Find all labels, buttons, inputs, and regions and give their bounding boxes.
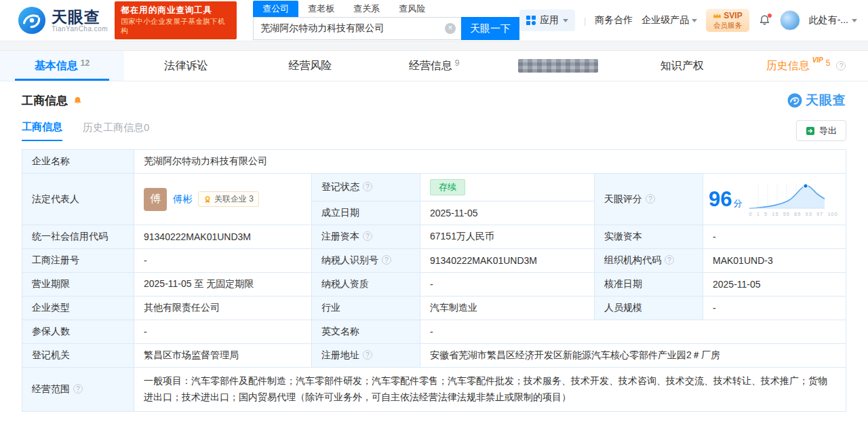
field-label-industry: 行业 [312, 296, 420, 320]
chevron-down-icon [852, 19, 857, 22]
grid-icon [526, 16, 536, 25]
section-head: 工商信息 天眼查 [22, 92, 846, 109]
legal-rep-avatar[interactable]: 傅 [144, 188, 167, 211]
help-icon[interactable]: ? [73, 384, 83, 394]
search-tabs: 查公司 查老板 查关系 查风险 [253, 1, 519, 17]
tab-count: 9 [455, 58, 460, 68]
help-icon[interactable]: ? [836, 61, 846, 71]
search-tab-relation[interactable]: 查关系 [344, 1, 389, 17]
tab-label: 基本信息 [35, 59, 78, 73]
reg-status-cell: 存续 [420, 174, 595, 202]
help-icon[interactable]: ? [363, 350, 372, 360]
chevron-down-icon [563, 19, 568, 22]
related-company-badge[interactable]: 关联企业 3 [198, 191, 259, 207]
svip-member-button[interactable]: SVIP 会员服务 [706, 9, 749, 32]
header-right: 应用 | 商务合作 企业级产品 SVIP 会员服务 [519, 9, 857, 32]
search-tab-company[interactable]: 查公司 [253, 1, 298, 17]
business-scope-value: 一般项目：汽车零部件及配件制造；汽车零部件研发；汽车零配件零售；汽车零配件批发；… [134, 368, 846, 412]
label-text: 经营范围 [32, 383, 70, 394]
company-info-table: 企业名称 芜湖阿尔特动力科技有限公司 法定代表人 傅 傅彬 [22, 149, 846, 412]
help-icon[interactable]: ? [363, 182, 372, 191]
table-row: 统一社会信用代码 91340222MAK01UND3M 注册资本? 67151万… [22, 225, 846, 249]
label-text: 登记状态 [321, 181, 359, 192]
help-icon[interactable]: ? [665, 255, 674, 265]
tab-count: 5 [826, 58, 831, 68]
field-label-approval-date: 核准日期 [595, 273, 703, 296]
help-icon[interactable]: ? [646, 194, 655, 204]
user-avatar[interactable] [780, 10, 800, 31]
search-tab-risk[interactable]: 查风险 [389, 1, 435, 17]
field-label-score: 天眼评分? [595, 174, 703, 225]
field-label-taxpayer-quality: 纳税人资质 [312, 273, 420, 296]
org-code-value: MAK01UND-3 [703, 249, 846, 273]
section-title: 工商信息 [22, 93, 68, 109]
insured-num-value: - [134, 320, 312, 344]
subtab-history-business-info[interactable]: 历史工商信息0 [83, 121, 149, 140]
slogan-badge: 都在用的商业查询工具 国家中小企业发展子基金旗下机构 [115, 1, 237, 39]
est-date-value: 2025-11-05 [420, 202, 595, 225]
score-number: 96分 [709, 187, 742, 212]
company-nav-tabs: 基本信息 12 法律诉讼 经营风险 经营信息 9 知识产权 历史信息 VIP 5… [0, 50, 868, 81]
apps-label: 应用 [540, 14, 559, 26]
field-label-address: 注册地址? [312, 344, 420, 368]
tab-operating-info[interactable]: 经营信息 9 [372, 51, 496, 81]
divider: | [584, 16, 586, 26]
user-menu[interactable]: 此处有-... [809, 14, 857, 26]
help-icon[interactable]: ? [363, 231, 372, 241]
english-name-value: - [420, 320, 846, 344]
export-button[interactable]: 导出 [796, 120, 846, 141]
field-label-reg-authority: 登记机关 [22, 344, 134, 368]
user-name: 此处有-... [809, 14, 848, 26]
help-icon[interactable]: ? [382, 255, 391, 265]
redacted-label [518, 59, 598, 73]
notification-bell[interactable] [758, 14, 771, 26]
label-text: 注册地址 [321, 349, 359, 360]
legal-rep-link[interactable]: 傅彬 [173, 193, 192, 206]
field-label-insured-num: 参保人数 [22, 320, 134, 344]
alarm-bell-icon [73, 96, 83, 106]
reg-authority-value: 繁昌区市场监督管理局 [134, 344, 312, 368]
score-unit: 分 [733, 198, 742, 208]
field-label-reg-capital: 注册资本? [312, 225, 420, 249]
clear-icon[interactable]: × [445, 23, 456, 34]
main-content: 工商信息 天眼查 工商信息 历史工商信息0 [0, 81, 868, 412]
approval-date-value: 2025-11-05 [703, 273, 846, 296]
tab-label: 经营风险 [288, 59, 332, 73]
field-label-legal-rep: 法定代表人 [22, 174, 134, 225]
notification-dot [768, 14, 772, 18]
link-enterprise-products[interactable]: 企业级产品 [642, 14, 697, 26]
export-icon [806, 126, 815, 136]
tab-redacted[interactable] [496, 51, 620, 81]
tab-intellectual-property[interactable]: 知识产权 [620, 51, 744, 81]
tab-legal-proceedings[interactable]: 法律诉讼 [124, 51, 248, 81]
table-row: 经营范围? 一般项目：汽车零部件及配件制造；汽车零部件研发；汽车零配件零售；汽车… [22, 368, 846, 412]
brand-logo[interactable]: 天眼查 TianYanCha.com [18, 6, 108, 35]
field-label-name: 企业名称 [22, 150, 134, 174]
tab-history-info[interactable]: 历史信息 VIP 5 ? [744, 51, 868, 81]
monitor-bell-button[interactable] [73, 96, 83, 106]
table-row: 法定代表人 傅 傅彬 关联企业 3 [22, 174, 846, 202]
label-text: 天眼评分 [604, 193, 642, 204]
apps-menu[interactable]: 应用 [519, 9, 575, 31]
reg-no-value: - [134, 249, 312, 273]
search-button[interactable]: 天眼一下 [461, 17, 519, 40]
tab-operating-risk[interactable]: 经营风险 [248, 51, 372, 81]
subtab-row: 工商信息 历史工商信息0 导出 [22, 120, 846, 141]
link-business-cooperation[interactable]: 商务合作 [595, 14, 633, 26]
page: 天眼查 TianYanCha.com 都在用的商业查询工具 国家中小企业发展子基… [0, 0, 868, 422]
search-tab-boss[interactable]: 查老板 [298, 1, 344, 17]
score-value: 96 [709, 187, 732, 211]
tab-basic-info[interactable]: 基本信息 12 [0, 51, 124, 81]
field-label-taxpayer-id: 纳税人识别号? [312, 249, 420, 273]
tab-count: 12 [81, 58, 90, 68]
label-text: 注册资本 [321, 231, 359, 242]
search-input-wrap: × [253, 17, 461, 40]
brand-domain: TianYanCha.com [52, 25, 108, 33]
search-input[interactable] [260, 23, 445, 34]
table-row: 登记机关 繁昌区市场监督管理局 注册地址? 安徽省芜湖市繁昌区经济开发区新能源汽… [22, 344, 846, 368]
field-label-reg-no: 工商注册号 [22, 249, 134, 273]
subtab-business-info[interactable]: 工商信息 [22, 121, 62, 141]
tab-label: 知识产权 [660, 59, 704, 73]
table-row: 企业类型 其他有限责任公司 行业 汽车制造业 人员规模 - [22, 296, 846, 320]
tianyan-score-cell[interactable]: 96分 [703, 174, 846, 225]
